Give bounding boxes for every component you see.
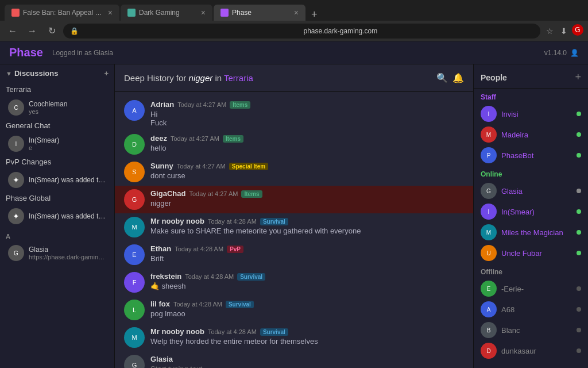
sidebar-item-terraria[interactable]: Terraria bbox=[0, 82, 114, 97]
global-insmear-avatar: ✦ bbox=[8, 208, 24, 224]
person-eerie[interactable]: E -Eerie- bbox=[474, 278, 588, 299]
glasia-person-status bbox=[577, 189, 581, 193]
glasia-sidebar-avatar: G bbox=[8, 245, 24, 261]
browser-tab-1[interactable]: False Ban: Ban Appeal 4... × bbox=[5, 5, 119, 21]
uncle-fubar-name: Uncle Fubar bbox=[501, 249, 572, 258]
message-author-mrnooby1: Mr nooby noob bbox=[150, 217, 204, 225]
message-text-gigachad: nigger bbox=[150, 199, 464, 208]
message-tag-adrian[interactable]: Items bbox=[230, 101, 250, 109]
message-avatar-ethan: E bbox=[124, 244, 145, 265]
browser-tab-3[interactable]: Phase × bbox=[214, 5, 305, 21]
main-content: Deep History for nigger in Terraria 🔍 🔔 … bbox=[115, 64, 473, 368]
message-tag-mrnooby2[interactable]: Survival bbox=[260, 328, 288, 336]
message-author-frekstein: frekstein bbox=[150, 272, 181, 281]
tab-close-1[interactable]: × bbox=[108, 8, 113, 17]
insmear-person-name: In(Smear) bbox=[501, 208, 572, 216]
header-keyword: nigger bbox=[189, 73, 213, 83]
person-insmear[interactable]: I In(Smear) bbox=[474, 201, 588, 222]
message-text-ethan: Brift bbox=[150, 254, 464, 263]
add-discussion-button[interactable]: + bbox=[104, 69, 109, 78]
person-glasia[interactable]: G Glasia bbox=[474, 181, 588, 201]
browser-tab-2[interactable]: Dark Gaming × bbox=[121, 5, 212, 21]
search-button[interactable]: 🔍 bbox=[436, 72, 448, 83]
message-author-sunny: Sunny bbox=[150, 162, 173, 170]
tab-close-2[interactable]: × bbox=[201, 8, 206, 17]
glasia-person-name: Glasia bbox=[501, 187, 572, 195]
app: Phase Logged in as Glasia v1.14.0 👤 ▼ Di… bbox=[0, 41, 588, 368]
message-author-deez: deez bbox=[150, 134, 167, 143]
sidebar-subitem-pvp-insmear[interactable]: ✦ In(Smear) was added to the... bbox=[2, 170, 112, 190]
tab-favicon-2 bbox=[127, 9, 136, 17]
sidebar-item-glasia[interactable]: G Glasia https://phase.dark-gaming.c... bbox=[2, 243, 112, 263]
message-author-mrnooby2: Mr nooby noob bbox=[150, 327, 204, 336]
message-tag-ethan[interactable]: PvP bbox=[227, 246, 243, 253]
people-title: People bbox=[481, 73, 575, 82]
message-tag-gigachad[interactable]: Items bbox=[241, 190, 262, 198]
eerie-status bbox=[577, 286, 581, 291]
madeira-name: Madeira bbox=[501, 131, 572, 139]
phasebot-name: PhaseBot bbox=[501, 151, 572, 160]
url-bar[interactable]: 🔒 phase.dark-gaming.com bbox=[63, 24, 540, 39]
message-tag-mrnooby1[interactable]: Survival bbox=[260, 218, 288, 225]
header-channel: Terraria bbox=[224, 73, 253, 83]
person-uncle-fubar[interactable]: U Uncle Fubar bbox=[474, 243, 588, 263]
forward-button[interactable]: → bbox=[24, 23, 40, 39]
browser-chrome: False Ban: Ban Appeal 4... × Dark Gaming… bbox=[0, 0, 588, 41]
toolbar-actions: ☆ ⬇ G bbox=[544, 24, 583, 38]
sidebar-subitem-coochieman[interactable]: C Coochieman yes bbox=[2, 97, 112, 118]
person-invisi[interactable]: I Invisi bbox=[474, 103, 588, 124]
refresh-button[interactable]: ↻ bbox=[44, 23, 60, 39]
message-author-adrian: Adrian bbox=[150, 100, 174, 109]
glasia-person-avatar: G bbox=[481, 183, 497, 199]
bookmark-button[interactable]: ☆ bbox=[544, 24, 556, 38]
message-sunny: S Sunny Today at 4:27 AM Special Item do… bbox=[115, 158, 473, 186]
tab-close-3[interactable]: × bbox=[294, 8, 299, 17]
browser-toolbar: ← → ↻ 🔒 phase.dark-gaming.com ☆ ⬇ G bbox=[0, 21, 588, 41]
sidebar-item-pvp-changes[interactable]: PvP Changes bbox=[0, 155, 114, 169]
blanc-avatar: B bbox=[481, 322, 497, 338]
madeira-avatar: M bbox=[481, 126, 497, 143]
download-button[interactable]: ⬇ bbox=[558, 24, 570, 38]
message-tag-sunny[interactable]: Special Item bbox=[229, 163, 268, 170]
main-header: Deep History for nigger in Terraria 🔍 🔔 bbox=[115, 64, 473, 92]
message-glasia-input-row: G Glasia bbox=[115, 351, 473, 368]
phasebot-status bbox=[577, 153, 581, 158]
message-adrian: A Adrian Today at 4:27 AM Items HiFuck bbox=[115, 97, 473, 131]
eerie-avatar: E bbox=[481, 281, 497, 297]
url-text: phase.dark-gaming.com bbox=[304, 27, 534, 35]
miles-name: Miles the Magician bbox=[501, 228, 572, 237]
sidebar-subitem-insmear-general[interactable]: I In(Smear) e bbox=[2, 133, 112, 154]
message-avatar-mrnooby2: M bbox=[124, 327, 145, 348]
sidebar-item-general-chat[interactable]: General Chat bbox=[0, 118, 114, 133]
profile-button[interactable]: G bbox=[572, 24, 583, 36]
app-body: ▼ Discussions + Terraria C Coochieman ye… bbox=[0, 64, 588, 368]
message-input[interactable] bbox=[150, 365, 464, 368]
bell-button[interactable]: 🔔 bbox=[452, 72, 464, 83]
eerie-name: -Eerie- bbox=[501, 285, 572, 293]
person-dunkasaur[interactable]: D dunkasaur bbox=[474, 340, 588, 361]
person-blanc[interactable]: B Blanc bbox=[474, 320, 588, 340]
messages-list: A Adrian Today at 4:27 AM Items HiFuck D bbox=[115, 92, 473, 368]
back-button[interactable]: ← bbox=[5, 23, 21, 39]
message-tag-frekstein[interactable]: Survival bbox=[237, 273, 265, 281]
offline-section-label: Offline bbox=[474, 263, 588, 278]
sidebar-item-phase-global[interactable]: Phase Global bbox=[0, 191, 114, 205]
message-text-mrnooby2: Welp they horded the entire meteor for t… bbox=[150, 337, 464, 346]
message-frekstein: F frekstein Today at 4:28 AM Survival 🤙 … bbox=[115, 269, 473, 296]
person-madeira[interactable]: M Madeira bbox=[474, 124, 588, 145]
message-avatar-mrnooby1: M bbox=[124, 217, 145, 237]
blanc-status bbox=[577, 328, 581, 332]
sidebar-subitem-global-insmear[interactable]: ✦ In(Smear) was added to the... bbox=[2, 206, 112, 227]
message-tag-deez[interactable]: Items bbox=[223, 135, 243, 143]
message-author-gigachad: GigaChad bbox=[150, 189, 185, 198]
main-header-title: Deep History for nigger in Terraria bbox=[124, 73, 436, 83]
message-tag-lilfox[interactable]: Survival bbox=[226, 301, 254, 308]
person-miles[interactable]: M Miles the Magician bbox=[474, 222, 588, 243]
new-tab-button[interactable]: + bbox=[307, 9, 322, 21]
insmear-person-avatar: I bbox=[481, 204, 497, 220]
coochieman-avatar: C bbox=[8, 99, 24, 116]
person-phasebot[interactable]: P PhaseBot bbox=[474, 145, 588, 166]
filter-icon[interactable]: ▼ bbox=[6, 70, 12, 77]
people-add-button[interactable]: + bbox=[575, 71, 581, 83]
person-a68[interactable]: A A68 bbox=[474, 299, 588, 320]
